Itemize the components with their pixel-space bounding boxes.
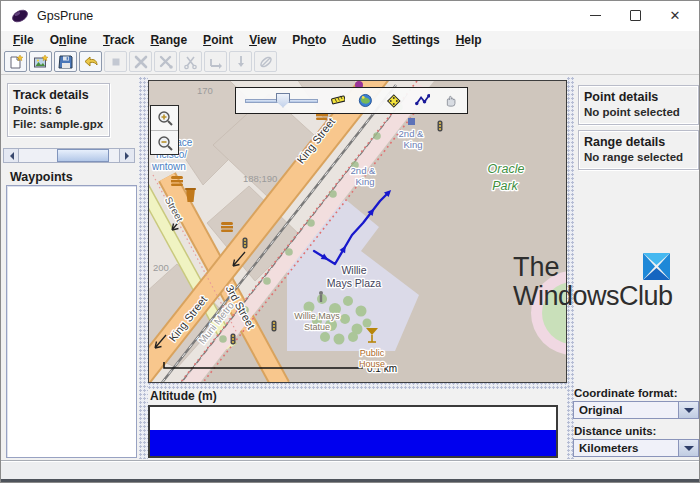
connect-track-points-icon[interactable] [415, 92, 431, 109]
coordinate-format-value: Original [574, 402, 678, 418]
place-label: Mays Plaza [327, 277, 381, 289]
menu-point[interactable]: Point [195, 33, 241, 47]
waypoints-list[interactable] [6, 185, 137, 458]
point-details-status: No point selected [584, 106, 694, 118]
distance-units-select[interactable]: Kilometers [573, 439, 699, 457]
menu-view[interactable]: View [241, 33, 284, 47]
undo-icon [83, 54, 99, 70]
scroll-right-button[interactable] [119, 149, 134, 162]
altitude-profile-area [150, 430, 556, 456]
scrollbar-thumb[interactable] [57, 149, 109, 162]
status-bar [1, 460, 699, 480]
cut-and-move-button [179, 51, 202, 72]
chevron-down-icon[interactable] [678, 402, 698, 418]
range-details-title: Range details [584, 135, 694, 149]
save-file-button[interactable] [54, 51, 77, 72]
station-marker [408, 118, 415, 125]
open-file-icon [33, 54, 49, 70]
delete-range-icon [158, 54, 174, 70]
track-details-box: Track details Points: 6 File: sample.gpx [7, 83, 110, 137]
burger-icon [221, 222, 233, 232]
edit-point-icon [108, 54, 124, 70]
map-control-bar [235, 87, 468, 114]
zoom-in-button[interactable] [151, 106, 178, 130]
left-panel-hscrollbar[interactable] [3, 148, 135, 163]
open-file-button[interactable] [29, 51, 52, 72]
delete-point-icon [133, 54, 149, 70]
map-canvas[interactable]: 0.1 km King Street King Street 3rd Stree… [148, 80, 567, 383]
menubar: FileOnlineTrackRangePointViewPhotoAudioS… [1, 31, 699, 49]
sew-segments-button [204, 51, 227, 72]
menu-help[interactable]: Help [448, 33, 490, 47]
statue-label: Statue [304, 322, 330, 332]
park-label: Park [492, 179, 518, 193]
menu-audio[interactable]: Audio [334, 33, 384, 47]
watermark-line1: The [513, 252, 560, 282]
create-point-button [229, 51, 252, 72]
map-background-icon[interactable] [358, 92, 373, 109]
housenumber-label: 188;190 [243, 173, 277, 184]
create-point-icon [233, 54, 249, 70]
map-transparency-slider[interactable] [245, 92, 318, 110]
new-file-icon [8, 54, 24, 70]
menu-online[interactable]: Online [42, 33, 95, 47]
park-label: Oracle [488, 162, 525, 176]
save-file-icon [58, 54, 74, 70]
menu-file[interactable]: File [5, 33, 42, 47]
housenumber-label: 170 [197, 85, 213, 96]
edit-point-button [104, 51, 127, 72]
menu-range[interactable]: Range [142, 33, 195, 47]
splitpane-divider-bottom[interactable] [148, 382, 567, 389]
windowsclub-logo-icon [642, 252, 671, 281]
minimize-button[interactable] [575, 1, 615, 30]
coordinate-format-select[interactable]: Original [573, 401, 699, 419]
slider-thumb[interactable] [276, 93, 290, 108]
altitude-chart[interactable] [148, 405, 558, 458]
menu-photo[interactable]: Photo [284, 33, 334, 47]
burger-icon [171, 176, 183, 186]
distance-units-value: Kilometers [574, 440, 678, 456]
track-file-name: File: sample.gpx [13, 118, 105, 130]
coordinate-format-label: Coordinate format: [574, 387, 678, 399]
scrollbar-track[interactable] [19, 149, 119, 162]
toolbar [1, 49, 699, 75]
watermark-line2: WindowsClub [513, 282, 671, 310]
hotel-label: wntown [151, 161, 186, 172]
menu-track[interactable]: Track [95, 33, 142, 47]
drag-hand-icon[interactable] [443, 92, 458, 109]
track-details-title: Track details [13, 88, 105, 102]
app-icon [11, 7, 29, 25]
chevron-down-icon[interactable] [678, 440, 698, 456]
connect-media-button [254, 51, 277, 72]
point-details-title: Point details [584, 90, 694, 104]
delete-point-button [129, 51, 152, 72]
scalebar-toggle-icon[interactable] [331, 92, 346, 109]
stop-label: King [355, 176, 374, 187]
menu-settings[interactable]: Settings [384, 33, 447, 47]
scroll-left-button[interactable] [4, 149, 19, 162]
close-button[interactable]: ✕ [655, 1, 695, 30]
window-bottom-edge [1, 479, 699, 483]
gpsprune-window: GpsPrune ✕ FileOnlineTrackRangePointView… [0, 0, 700, 483]
map-zoom-controls [150, 105, 179, 155]
watermark: The WindowsClub [513, 252, 671, 310]
maximize-button[interactable] [615, 1, 655, 30]
stop-label: 2nd & [351, 165, 376, 176]
titlebar: GpsPrune ✕ [1, 1, 699, 32]
point-details-box: Point details No point selected [578, 85, 699, 125]
housenumber-label: 200 [153, 262, 169, 273]
autopan-icon[interactable] [386, 92, 402, 110]
splitpane-divider-left[interactable] [139, 77, 148, 459]
track-points-count: Points: 6 [13, 104, 105, 116]
undo-button[interactable] [79, 51, 102, 72]
window-title: GpsPrune [37, 1, 93, 31]
connect-media-icon [258, 54, 274, 70]
zoom-out-button[interactable] [151, 130, 178, 154]
pub-label: Public [360, 348, 385, 358]
stop-label: 2nd & [399, 128, 424, 139]
distance-units-label: Distance units: [574, 425, 656, 437]
delete-range-button [154, 51, 177, 72]
statue-label: Willie Mays [294, 311, 340, 321]
new-file-button[interactable] [4, 51, 27, 72]
waypoints-title: Waypoints [10, 170, 73, 184]
